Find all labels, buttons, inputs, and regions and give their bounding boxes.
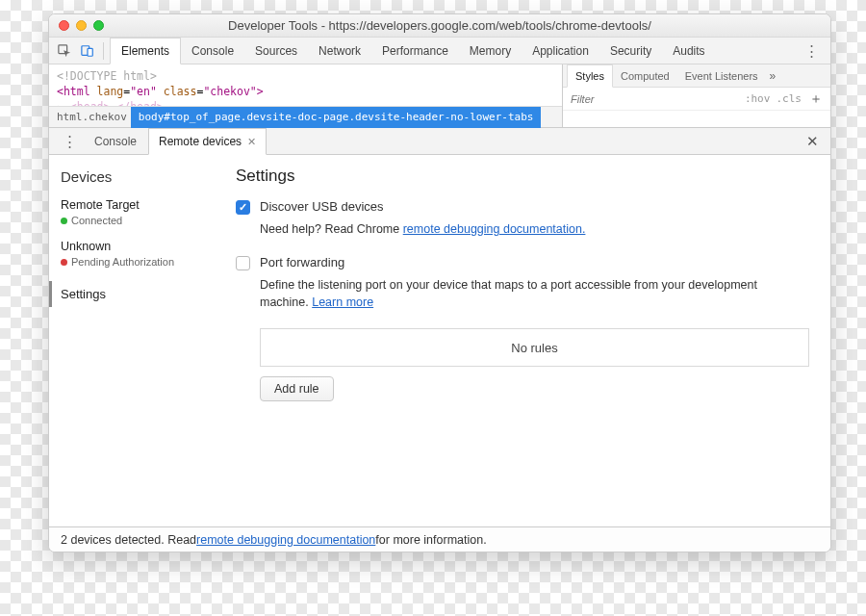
drawer-tab-remote-devices[interactable]: Remote devices ✕ bbox=[148, 128, 267, 155]
elements-panel: <!DOCTYPE html> <html lang="en" class="c… bbox=[49, 64, 830, 128]
close-tab-icon[interactable]: ✕ bbox=[247, 136, 256, 148]
styles-filter-row: :hov .cls ＋ bbox=[563, 88, 830, 111]
tab-memory[interactable]: Memory bbox=[459, 38, 522, 64]
devices-heading: Devices bbox=[61, 168, 203, 185]
tab-audits[interactable]: Audits bbox=[662, 38, 715, 64]
settings-panel: Settings ✓ Discover USB devices Need hel… bbox=[215, 155, 830, 526]
status-bar: 2 devices detected. Read remote debuggin… bbox=[49, 526, 830, 552]
styles-tab-listeners[interactable]: Event Listeners bbox=[677, 64, 766, 88]
port-forwarding-checkbox[interactable] bbox=[236, 256, 250, 270]
minimize-window-button[interactable] bbox=[76, 20, 87, 31]
new-style-rule-icon[interactable]: ＋ bbox=[809, 90, 823, 108]
drawer-tab-console[interactable]: Console bbox=[85, 128, 146, 155]
window-controls bbox=[59, 20, 104, 31]
status-doc-link[interactable]: remote debugging documentation bbox=[196, 533, 375, 547]
cls-toggle[interactable]: .cls bbox=[777, 92, 802, 105]
tab-console[interactable]: Console bbox=[181, 38, 244, 64]
status-dot-connected-icon bbox=[61, 218, 67, 224]
styles-tabs: Styles Computed Event Listeners » bbox=[563, 64, 830, 88]
main-tabs: ElementsConsoleSourcesNetworkPerformance… bbox=[110, 38, 716, 64]
sidebar-item-settings[interactable]: Settings bbox=[49, 281, 203, 307]
port-forwarding-label: Port forwarding bbox=[260, 255, 344, 270]
port-forwarding-desc: Define the listening port on your device… bbox=[260, 276, 809, 311]
settings-heading: Settings bbox=[236, 167, 809, 186]
inspect-element-icon[interactable] bbox=[55, 41, 74, 61]
breadcrumb-item[interactable]: html.chekov bbox=[57, 110, 127, 125]
discover-usb-checkbox[interactable]: ✓ bbox=[236, 200, 250, 215]
discover-usb-help: Need help? Read Chrome remote debugging … bbox=[260, 220, 809, 238]
styles-tab-styles[interactable]: Styles bbox=[567, 64, 613, 88]
remote-debugging-doc-link[interactable]: remote debugging documentation. bbox=[403, 222, 586, 236]
close-window-button[interactable] bbox=[59, 20, 69, 31]
main-toolbar: ElementsConsoleSourcesNetworkPerformance… bbox=[49, 38, 830, 64]
breadcrumb-item-selected[interactable]: body#top_of_page.devsite-doc-page.devsit… bbox=[131, 107, 542, 128]
styles-tab-computed[interactable]: Computed bbox=[613, 64, 677, 88]
rules-list-empty: No rules bbox=[260, 328, 809, 367]
drawer-body: Devices Remote Target Connected Unknown … bbox=[49, 155, 830, 526]
styles-pane: Styles Computed Event Listeners » :hov .… bbox=[563, 64, 830, 127]
sidebar-item-remote-target[interactable]: Remote Target Connected bbox=[61, 198, 203, 226]
dom-line-html: <html lang="en" class="chekov"> bbox=[57, 84, 554, 99]
svg-rect-2 bbox=[88, 48, 92, 56]
add-rule-button[interactable]: Add rule bbox=[260, 376, 334, 401]
status-dot-pending-icon bbox=[61, 259, 67, 266]
zoom-window-button[interactable] bbox=[93, 20, 104, 31]
drawer-header: ⋮ Console Remote devices ✕ ✕ bbox=[49, 128, 830, 155]
tab-elements[interactable]: Elements bbox=[110, 38, 181, 64]
dom-tree[interactable]: <!DOCTYPE html> <html lang="en" class="c… bbox=[49, 64, 563, 127]
tab-security[interactable]: Security bbox=[599, 38, 662, 64]
tab-application[interactable]: Application bbox=[522, 38, 599, 64]
toolbar-separator bbox=[103, 42, 104, 60]
discover-usb-label: Discover USB devices bbox=[260, 199, 384, 214]
devices-sidebar: Devices Remote Target Connected Unknown … bbox=[49, 155, 215, 526]
hov-toggle[interactable]: :hov bbox=[745, 92, 771, 105]
drawer-menu-icon[interactable]: ⋮ bbox=[57, 133, 83, 150]
devtools-window: Developer Tools - https://developers.goo… bbox=[48, 13, 831, 552]
close-drawer-icon[interactable]: ✕ bbox=[802, 133, 823, 150]
window-title: Developer Tools - https://developers.goo… bbox=[49, 18, 830, 33]
styles-filter-input[interactable] bbox=[571, 93, 745, 105]
learn-more-link[interactable]: Learn more bbox=[312, 295, 373, 309]
breadcrumb: html.chekov body#top_of_page.devsite-doc… bbox=[49, 106, 562, 127]
titlebar: Developer Tools - https://developers.goo… bbox=[49, 14, 830, 38]
tab-performance[interactable]: Performance bbox=[371, 38, 459, 64]
more-tabs-icon[interactable]: » bbox=[770, 69, 777, 83]
dom-line-doctype: <!DOCTYPE html> bbox=[57, 68, 554, 84]
tab-sources[interactable]: Sources bbox=[244, 38, 308, 64]
device-toolbar-icon[interactable] bbox=[78, 41, 97, 61]
more-options-icon[interactable]: ⋮ bbox=[799, 42, 825, 60]
sidebar-item-unknown[interactable]: Unknown Pending Authorization bbox=[61, 240, 203, 268]
tab-network[interactable]: Network bbox=[308, 38, 371, 64]
